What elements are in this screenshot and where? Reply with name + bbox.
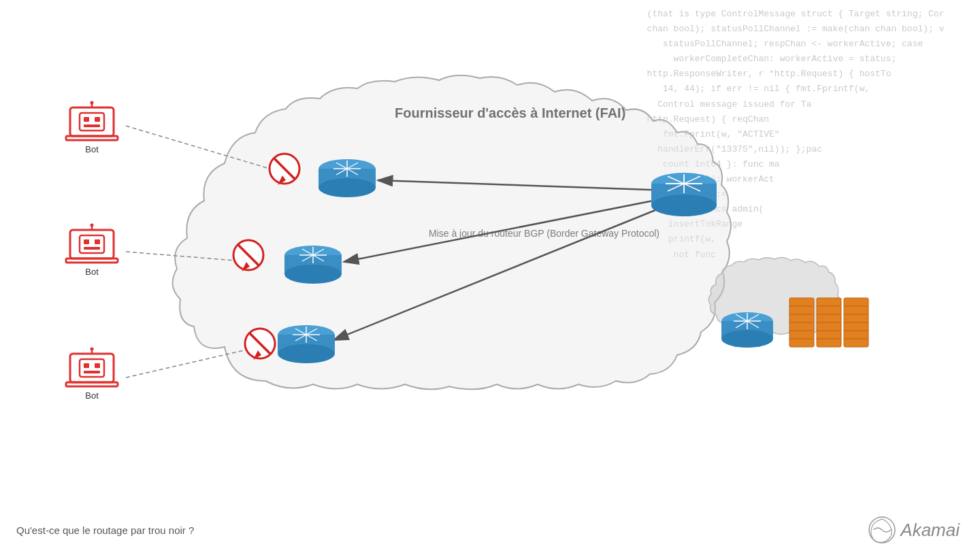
svg-rect-4 [95, 117, 100, 122]
router-top-left-bottom [318, 178, 376, 197]
akamai-logo: Akamai [868, 516, 960, 544]
bottom-question: Qu'est-ce que le routage par trou noir ? [16, 524, 194, 536]
router-bottom-body [278, 335, 335, 354]
block-sign-3-line [249, 333, 271, 354]
code-line: fmt.Fprint(w, "ACTIVE" [636, 127, 970, 142]
r2-cross-d2 [302, 249, 324, 261]
code-line: http.Request) { reqChan [636, 112, 970, 127]
code-line: count int64 }: func ma [636, 157, 970, 172]
bot-icon-2 [65, 223, 119, 264]
bot-label-1: Bot [85, 144, 99, 154]
svg-rect-16 [70, 354, 114, 382]
bot3-line [126, 347, 259, 378]
code-line: insertTokRange [636, 217, 970, 232]
r3-cross-d2 [295, 329, 317, 341]
r2-cross-d1 [302, 249, 324, 261]
router-top-left-body [318, 169, 376, 188]
code-line: handlerErr("13375",nil)); };pac [636, 142, 970, 157]
server-rack-1 [789, 298, 814, 347]
svg-point-7 [91, 101, 94, 105]
rsc-cross-d2 [736, 314, 759, 328]
code-line: chan bool): workerAct [636, 172, 970, 187]
svg-rect-17 [66, 382, 118, 386]
rbgp-cross-d2 [668, 176, 700, 191]
svg-point-15 [91, 224, 94, 227]
block-sign-2-line [238, 244, 259, 266]
svg-rect-11 [84, 239, 89, 244]
bot-icon-3 [65, 347, 119, 388]
block-sign-1 [270, 154, 299, 184]
rbgp-cross-d1 [668, 176, 700, 191]
svg-rect-19 [84, 363, 89, 368]
svg-rect-1 [66, 136, 118, 140]
svg-rect-21 [84, 371, 100, 373]
svg-rect-20 [95, 363, 100, 368]
code-line: not func [636, 248, 970, 263]
bot-3: Bot [65, 347, 119, 401]
router-top-left-top [318, 159, 376, 178]
code-line: http.ResponseWriter, r *http.Request) { … [636, 67, 970, 82]
r1-cross-d2 [336, 163, 358, 175]
isp-label: Fournisseur d'accès à Internet (FAI) [395, 105, 625, 121]
svg-rect-12 [95, 239, 100, 244]
router-bgp-bottom [651, 195, 717, 216]
server-rack-2 [817, 298, 841, 347]
akamai-icon [868, 516, 896, 544]
bot-1: Bot [65, 101, 119, 154]
block-sign-1-arrow [278, 176, 286, 185]
svg-rect-18 [80, 359, 104, 377]
code-line: chan bool); statusPollChannel := make(ch… [636, 22, 970, 37]
server-cloud-shape [708, 257, 839, 334]
router-mid-top [284, 246, 342, 265]
router-mid-bottom [284, 265, 342, 284]
router-bottom-bottom [278, 344, 335, 363]
diagram-svg [0, 0, 980, 551]
router-bottom-top [278, 325, 335, 344]
bot-icon-1 [65, 101, 119, 141]
bot-2: Bot [65, 223, 119, 277]
svg-rect-2 [80, 113, 104, 131]
code-line: 14, 44); if err != nil { fmt.Fprintf(w, [636, 82, 970, 97]
svg-rect-8 [70, 230, 114, 258]
code-line: (t *T): funcs admin( [636, 202, 970, 217]
bot-label-2: Bot [85, 267, 99, 277]
block-sign-2-arrow [242, 262, 250, 271]
router-bgp-top [651, 173, 717, 195]
router-server-cloud-bottom [721, 330, 773, 348]
svg-rect-0 [70, 107, 114, 136]
r3-cross-d1 [295, 329, 317, 341]
code-line: printf(w, [636, 232, 970, 247]
svg-rect-5 [84, 124, 100, 127]
bot2-line [126, 252, 252, 262]
akamai-text: Akamai [900, 520, 960, 541]
bgp-arrow-3 [333, 204, 670, 340]
svg-rect-10 [80, 235, 104, 253]
code-line: (that is type ControlMessage struct { Ta… [636, 7, 970, 22]
code-background: (that is type ControlMessage struct { Ta… [626, 0, 980, 408]
svg-rect-9 [66, 258, 118, 263]
block-sign-2 [233, 240, 263, 270]
svg-point-23 [91, 348, 94, 351]
router-server-cloud-top [721, 312, 773, 330]
r1-cross-d1 [336, 163, 358, 175]
block-sign-3-arrow [253, 350, 261, 360]
rsc-cross-d1 [736, 314, 759, 328]
svg-rect-3 [84, 117, 89, 122]
bot-label-3: Bot [85, 390, 99, 401]
router-bgp-body [651, 184, 717, 205]
code-line: Control message issued for Ta [636, 97, 970, 112]
svg-rect-13 [84, 247, 100, 250]
code-line: workerCompleteChan: workerActive = statu… [636, 52, 970, 67]
block-sign-1-line [274, 158, 295, 180]
server-rack-3 [844, 298, 868, 347]
code-line: case msg := [636, 187, 970, 202]
block-sign-3 [245, 329, 275, 358]
bot1-line [126, 126, 286, 173]
bgp-arrow-1 [378, 180, 670, 190]
bgp-label: Mise à jour du routeur BGP (Border Gatew… [429, 228, 659, 239]
router-server-cloud-body [721, 321, 773, 339]
code-line: statusPollChannel; respChan <- workerAct… [636, 37, 970, 52]
router-mid-body [284, 255, 342, 274]
